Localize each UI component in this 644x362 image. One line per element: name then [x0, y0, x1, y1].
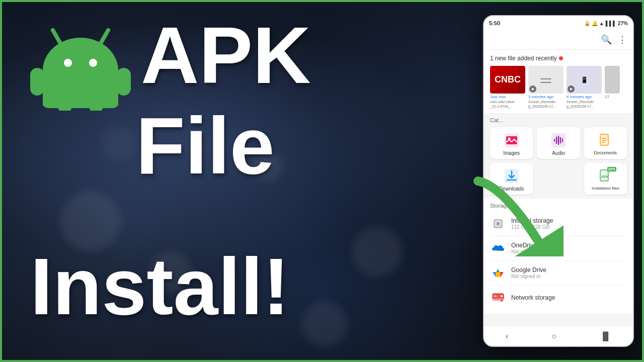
cat-documents[interactable]: Documents [584, 127, 627, 159]
svg-rect-7 [30, 68, 44, 96]
nav-bar: ‹ ○ ▐▌ [484, 326, 633, 346]
svg-text:APK: APK [601, 175, 609, 178]
images-icon [504, 132, 520, 148]
video-play-icon-2: ▶ [568, 85, 575, 93]
svg-point-31 [501, 295, 503, 297]
title-file: File [136, 106, 275, 186]
network-storage-name: Network storage [511, 294, 627, 301]
wifi-icon: ▲ [599, 21, 604, 26]
svg-rect-16 [600, 134, 608, 145]
thumb-screen1-meta: 3 minutes ago Screen_Recording_20220209-… [528, 95, 564, 109]
thumb-screen3-meta: 17 [605, 95, 627, 100]
video-play-icon-1: ▶ [529, 85, 536, 93]
signal-icon: ▌▌▌ [606, 21, 616, 26]
network-storage-icon [490, 290, 506, 306]
cnbc-logo: CNBC [495, 74, 521, 85]
bokeh-5 [101, 126, 136, 161]
recent-text: 1 new file added recently [490, 55, 557, 62]
recent-thumbnails: CNBC Just now com.cnbc.client_22-1-4726_… [490, 66, 627, 109]
svg-point-3 [64, 59, 72, 67]
more-options-icon[interactable]: ⋮ [618, 34, 627, 45]
gdrive-icon [490, 265, 506, 281]
green-arrow [463, 176, 564, 258]
recent-badge [559, 56, 563, 60]
screen2-icon: 📱 [581, 76, 588, 83]
home-button[interactable]: ○ [551, 332, 556, 341]
gdrive-info: Google Drive Not signed in [511, 266, 627, 279]
svg-rect-8 [117, 68, 131, 96]
bokeh-4 [352, 226, 403, 277]
search-icon[interactable]: 🔍 [601, 34, 612, 45]
screen-lines: ▬▬▬▬▬▬ [541, 76, 551, 83]
app-header: 🔍 ⋮ [484, 30, 633, 50]
back-button[interactable]: ‹ [506, 332, 508, 341]
cat-audio[interactable]: Audio [537, 127, 580, 159]
thumb-screen2[interactable]: 📱 ▶ 8 minutes ago Screen_Recording_20220… [567, 66, 602, 109]
battery-text: 27% [618, 21, 628, 26]
svg-rect-6 [43, 98, 118, 108]
bokeh-6 [302, 302, 347, 347]
gdrive-detail: Not signed in [511, 274, 627, 279]
storage-network[interactable]: Network storage [490, 286, 627, 310]
network-storage-info: Network storage [511, 294, 627, 301]
lock-icon: 🔒 [584, 21, 590, 26]
status-bar: 5:50 🔒 🔔 ▲ ▌▌▌ 27% [484, 16, 633, 30]
cat-images[interactable]: Images [490, 127, 533, 159]
cat-audio-label: Audio [552, 150, 565, 156]
thumb-cnbc-meta: Just now com.cnbc.client_22-1-4726_... [490, 95, 525, 109]
svg-point-4 [89, 59, 97, 67]
status-time: 5:50 [489, 20, 500, 26]
thumb-screen3[interactable]: 17 [605, 66, 627, 109]
storage-gdrive[interactable]: Google Drive Not signed in [490, 261, 627, 286]
title-install: Install! [30, 246, 290, 327]
recent-label: 1 new file added recently [490, 55, 627, 62]
cat-installation-label: Installation files [592, 186, 619, 191]
cat-images-label: Images [503, 150, 520, 156]
thumb-screen2-meta: 8 minutes ago Screen_Recording_20220209-… [567, 95, 602, 109]
docs-icon [597, 132, 613, 148]
thumb-cnbc[interactable]: CNBC Just now com.cnbc.client_22-1-4726_… [490, 66, 525, 109]
apk-badge: APK [607, 167, 617, 171]
categories-label: Cat... [490, 117, 627, 123]
cat-installation[interactable]: APK APK Installation files [584, 163, 627, 195]
thumb-screen1[interactable]: ▬▬▬▬▬▬ ▶ 3 minutes ago Screen_Recording_… [528, 66, 564, 109]
apk-icon: APK APK [597, 168, 613, 184]
title-apk: APK [141, 15, 311, 96]
recent-section: 1 new file added recently CNBC Just now … [484, 50, 633, 113]
android-logo [25, 20, 136, 111]
svg-rect-29 [501, 300, 503, 302]
status-icons: 🔒 🔔 ▲ ▌▌▌ 27% [584, 21, 628, 26]
sound-icon: 🔔 [592, 21, 598, 26]
audio-icon [550, 132, 567, 148]
cat-docs-label: Documents [594, 150, 617, 155]
recent-button[interactable]: ▐▌ [600, 332, 611, 341]
gdrive-name: Google Drive [511, 266, 627, 274]
